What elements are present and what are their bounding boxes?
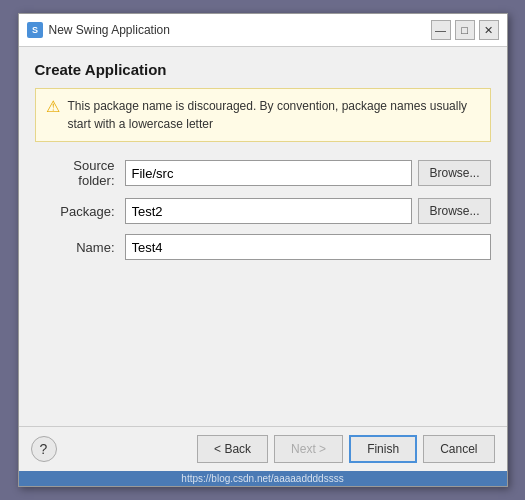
warning-icon: ⚠	[46, 97, 60, 116]
svg-text:S: S	[31, 25, 37, 35]
window-title: New Swing Application	[49, 23, 170, 37]
minimize-button[interactable]: —	[431, 20, 451, 40]
package-input[interactable]	[125, 198, 413, 224]
bottom-right: < Back Next > Finish Cancel	[197, 435, 494, 463]
content-spacer	[35, 272, 491, 412]
source-folder-browse-button[interactable]: Browse...	[418, 160, 490, 186]
dialog-window: S New Swing Application — □ ✕ Create App…	[18, 13, 508, 487]
bottom-left: ?	[31, 436, 57, 462]
watermark-bar: https://blog.csdn.net/aaaaaddddssss	[19, 471, 507, 486]
finish-button[interactable]: Finish	[349, 435, 417, 463]
name-row: Name:	[35, 234, 491, 260]
title-controls: — □ ✕	[431, 20, 499, 40]
package-label: Package:	[35, 204, 125, 219]
warning-text: This package name is discouraged. By con…	[68, 97, 480, 133]
maximize-button[interactable]: □	[455, 20, 475, 40]
name-label: Name:	[35, 240, 125, 255]
next-button[interactable]: Next >	[274, 435, 343, 463]
cancel-button[interactable]: Cancel	[423, 435, 494, 463]
package-row: Package: Browse...	[35, 198, 491, 224]
warning-box: ⚠ This package name is discouraged. By c…	[35, 88, 491, 142]
help-button[interactable]: ?	[31, 436, 57, 462]
title-bar: S New Swing Application — □ ✕	[19, 14, 507, 47]
back-button[interactable]: < Back	[197, 435, 268, 463]
close-button[interactable]: ✕	[479, 20, 499, 40]
dialog-content: Create Application ⚠ This package name i…	[19, 47, 507, 426]
section-title: Create Application	[35, 61, 491, 78]
bottom-bar: ? < Back Next > Finish Cancel	[19, 426, 507, 471]
package-browse-button[interactable]: Browse...	[418, 198, 490, 224]
source-folder-input[interactable]	[125, 160, 413, 186]
name-input[interactable]	[125, 234, 491, 260]
source-folder-label: Source folder:	[35, 158, 125, 188]
watermark-url: https://blog.csdn.net/aaaaaddddssss	[181, 473, 343, 484]
title-bar-left: S New Swing Application	[27, 22, 170, 38]
window-icon: S	[27, 22, 43, 38]
source-folder-row: Source folder: Browse...	[35, 158, 491, 188]
form-area: Source folder: Browse... Package: Browse…	[35, 158, 491, 260]
